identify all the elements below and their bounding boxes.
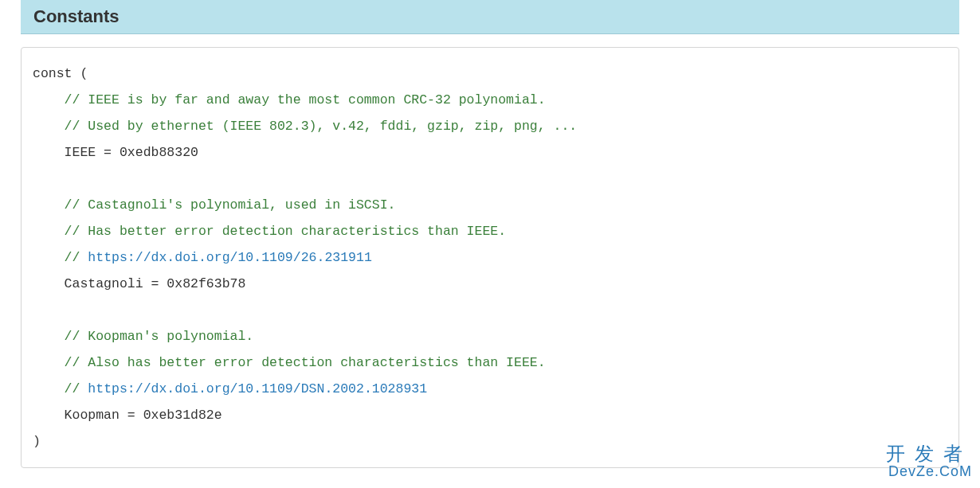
code-koopman-def: Koopman = 0xeb31d82e <box>65 408 222 423</box>
code-koopman-comment1: // Koopman's polynomial. <box>65 329 254 344</box>
code-castagnoli-link-prefix: // <box>65 250 88 265</box>
code-ieee-comment2: // Used by ethernet (IEEE 802.3), v.42, … <box>65 119 578 134</box>
code-const-close: ) <box>33 434 41 449</box>
watermark-cn: 开发者 <box>886 443 972 464</box>
code-block: const ( // IEEE is by far and away the m… <box>21 47 959 468</box>
code-koopman-comment2: // Also has better error detection chara… <box>65 355 546 370</box>
code-castagnoli-comment1: // Castagnoli's polynomial, used in iSCS… <box>65 197 396 213</box>
code-castagnoli-comment2: // Has better error detection characteri… <box>65 224 507 239</box>
section-title: Constants <box>33 6 947 27</box>
code-const-open: const ( <box>33 66 88 81</box>
code-castagnoli-def: Castagnoli = 0x82f63b78 <box>65 276 246 291</box>
code-koopman-link-prefix: // <box>65 381 88 396</box>
code-castagnoli-link[interactable]: https://dx.doi.org/10.1109/26.231911 <box>88 250 371 265</box>
section-header: Constants <box>21 0 959 34</box>
code-ieee-comment1: // IEEE is by far and away the most comm… <box>65 92 546 107</box>
code-koopman-link[interactable]: https://dx.doi.org/10.1109/DSN.2002.1028… <box>88 381 427 396</box>
watermark: 开发者 DevZe.CoM <box>886 443 972 480</box>
code-ieee-def: IEEE = 0xedb88320 <box>65 145 198 160</box>
watermark-en: DevZe.CoM <box>886 464 972 480</box>
